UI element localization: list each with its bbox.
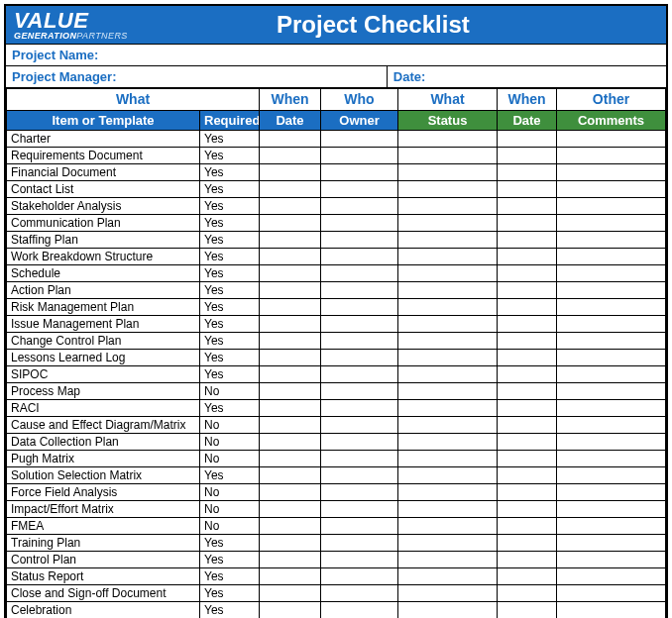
- date-cell: [260, 214, 321, 231]
- item-cell: Risk Management Plan: [7, 298, 200, 315]
- comments-cell: [557, 466, 666, 483]
- date2-cell: [498, 399, 557, 416]
- date-cell: [260, 382, 321, 399]
- date-cell: [260, 517, 321, 534]
- table-row: Control PlanYes: [7, 551, 666, 567]
- table-row: Communication PlanYes: [7, 214, 666, 231]
- date2-cell: [498, 517, 557, 534]
- date2-cell: [498, 601, 557, 618]
- brand-name: VALUE: [14, 10, 128, 32]
- comments-cell: [557, 517, 666, 534]
- date2-cell: [498, 483, 557, 500]
- item-cell: Action Plan: [7, 281, 200, 298]
- col-status: Status: [398, 110, 498, 130]
- required-cell: Yes: [200, 180, 260, 197]
- table-body: CharterYesRequirements DocumentYesFinanc…: [7, 130, 666, 618]
- date-cell: [260, 551, 321, 567]
- date2-cell: [498, 180, 557, 197]
- date-cell: [260, 567, 321, 584]
- owner-cell: [321, 214, 398, 231]
- table-row: Financial DocumentYes: [7, 163, 666, 180]
- required-cell: Yes: [200, 601, 260, 618]
- date-cell: [260, 130, 321, 147]
- item-cell: RACI: [7, 399, 200, 416]
- date2-cell: [498, 365, 557, 382]
- comments-cell: [557, 584, 666, 601]
- checklist-sheet: VALUE GENERATIONPARTNERS Project Checkli…: [4, 4, 668, 618]
- required-cell: Yes: [200, 197, 260, 214]
- owner-cell: [321, 248, 398, 264]
- table-row: Action PlanYes: [7, 281, 666, 298]
- required-cell: Yes: [200, 163, 260, 180]
- item-cell: Data Collection Plan: [7, 433, 200, 450]
- date-cell: [260, 163, 321, 180]
- owner-cell: [321, 551, 398, 567]
- comments-cell: [557, 500, 666, 517]
- required-cell: Yes: [200, 584, 260, 601]
- date2-cell: [498, 450, 557, 466]
- project-manager-row: Project Manager: Date:: [6, 65, 666, 87]
- date-cell: [260, 433, 321, 450]
- date2-cell: [498, 433, 557, 450]
- date-cell: [260, 298, 321, 315]
- owner-cell: [321, 483, 398, 500]
- owner-cell: [321, 315, 398, 332]
- required-cell: Yes: [200, 248, 260, 264]
- date2-cell: [498, 349, 557, 365]
- date-cell: [260, 231, 321, 248]
- table-row: Solution Selection MatrixYes: [7, 466, 666, 483]
- item-cell: Change Control Plan: [7, 332, 200, 349]
- status-cell: [398, 534, 498, 551]
- item-cell: Stakeholder Analysis: [7, 197, 200, 214]
- required-cell: Yes: [200, 399, 260, 416]
- table-row: Stakeholder AnalysisYes: [7, 197, 666, 214]
- date-cell: [260, 399, 321, 416]
- comments-cell: [557, 399, 666, 416]
- date-cell: [260, 147, 321, 163]
- owner-cell: [321, 433, 398, 450]
- item-cell: FMEA: [7, 517, 200, 534]
- status-cell: [398, 382, 498, 399]
- status-cell: [398, 416, 498, 433]
- item-cell: Impact/Effort Matrix: [7, 500, 200, 517]
- owner-cell: [321, 332, 398, 349]
- owner-cell: [321, 500, 398, 517]
- comments-cell: [557, 567, 666, 584]
- owner-cell: [321, 584, 398, 601]
- owner-cell: [321, 365, 398, 382]
- owner-cell: [321, 281, 398, 298]
- project-manager-label: Project Manager:: [6, 66, 388, 87]
- required-cell: No: [200, 517, 260, 534]
- table-row: Change Control PlanYes: [7, 332, 666, 349]
- required-cell: Yes: [200, 315, 260, 332]
- col-date2: Date: [498, 110, 557, 130]
- col-comments: Comments: [557, 110, 666, 130]
- table-row: FMEANo: [7, 517, 666, 534]
- table-row: Issue Management PlanYes: [7, 315, 666, 332]
- status-cell: [398, 517, 498, 534]
- date-cell: [260, 281, 321, 298]
- required-cell: Yes: [200, 130, 260, 147]
- comments-cell: [557, 231, 666, 248]
- column-header-row: Item or Template Required Date Owner Sta…: [7, 110, 666, 130]
- col-date: Date: [260, 110, 321, 130]
- table-row: CelebrationYes: [7, 601, 666, 618]
- required-cell: Yes: [200, 281, 260, 298]
- comments-cell: [557, 551, 666, 567]
- group-what: What: [7, 88, 260, 110]
- comments-cell: [557, 180, 666, 197]
- date2-cell: [498, 315, 557, 332]
- table-row: Data Collection PlanNo: [7, 433, 666, 450]
- item-cell: Control Plan: [7, 551, 200, 567]
- item-cell: Pugh Matrix: [7, 450, 200, 466]
- col-item: Item or Template: [7, 110, 200, 130]
- date2-cell: [498, 567, 557, 584]
- owner-cell: [321, 349, 398, 365]
- comments-cell: [557, 433, 666, 450]
- required-cell: No: [200, 433, 260, 450]
- table-row: SIPOCYes: [7, 365, 666, 382]
- comments-cell: [557, 147, 666, 163]
- item-cell: Contact List: [7, 180, 200, 197]
- status-cell: [398, 298, 498, 315]
- date2-cell: [498, 416, 557, 433]
